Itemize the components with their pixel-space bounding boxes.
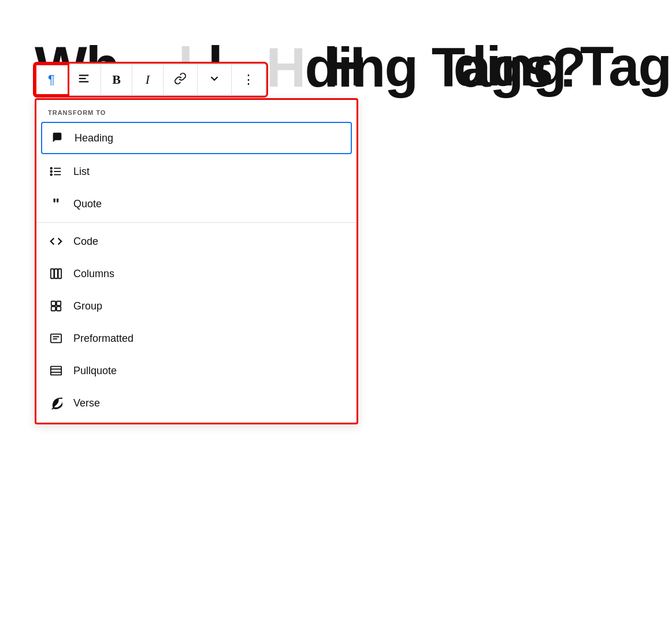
transform-section-label: TRANSFORM TO <box>36 100 357 121</box>
transform-quote-item[interactable]: " Quote <box>36 188 357 220</box>
preformatted-icon <box>48 330 64 346</box>
svg-rect-19 <box>51 367 61 375</box>
transform-verse-item[interactable]: Verse <box>36 387 357 419</box>
transform-columns-item[interactable]: Columns <box>36 258 357 290</box>
group-label: Group <box>73 300 102 312</box>
italic-icon: I <box>146 72 150 87</box>
pullquote-label: Pullquote <box>73 365 117 377</box>
transform-pullquote-item[interactable]: Pullquote <box>36 355 357 387</box>
svg-point-6 <box>50 167 52 169</box>
options-icon: ⋮ <box>242 72 255 87</box>
quote-label: Quote <box>73 198 102 210</box>
transform-dropdown: TRANSFORM TO Heading List " Quote <box>35 98 358 424</box>
link-button[interactable] <box>164 65 198 95</box>
svg-rect-12 <box>51 301 55 305</box>
code-icon <box>48 233 64 249</box>
italic-button[interactable]: I <box>132 65 164 95</box>
preformatted-label: Preformatted <box>73 333 133 345</box>
pullquote-icon <box>48 363 64 379</box>
link-icon <box>174 72 187 88</box>
heading-label: Heading <box>75 132 113 144</box>
svg-point-7 <box>50 171 52 173</box>
columns-label: Columns <box>73 268 114 280</box>
transform-group-item[interactable]: Group <box>36 290 357 322</box>
bold-icon: B <box>112 72 121 87</box>
svg-rect-13 <box>57 301 61 305</box>
columns-icon <box>48 266 64 282</box>
list-icon <box>48 163 64 180</box>
chevron-down-icon <box>208 72 221 88</box>
heading-icon <box>49 130 65 146</box>
more-styles-button[interactable] <box>198 65 232 95</box>
transform-heading-item[interactable]: Heading <box>41 122 352 154</box>
transform-code-item[interactable]: Code <box>36 225 357 258</box>
align-icon <box>77 72 90 88</box>
svg-point-8 <box>50 174 52 176</box>
transform-list-item[interactable]: List <box>36 155 357 188</box>
verse-label: Verse <box>73 397 100 409</box>
quote-icon: " <box>48 196 64 212</box>
verse-icon <box>48 395 64 411</box>
group-icon <box>48 298 64 314</box>
bold-button[interactable]: B <box>101 65 132 95</box>
svg-rect-9 <box>51 269 54 279</box>
code-label: Code <box>73 236 98 248</box>
svg-rect-11 <box>58 269 62 279</box>
svg-rect-14 <box>51 307 55 311</box>
paragraph-button[interactable]: ¶ <box>36 65 67 95</box>
transform-preformatted-item[interactable]: Preformatted <box>36 322 357 355</box>
align-button[interactable] <box>67 65 101 95</box>
block-toolbar: ¶ B I <box>35 64 266 96</box>
dropdown-divider <box>36 222 357 223</box>
options-button[interactable]: ⋮ <box>232 65 265 95</box>
svg-rect-10 <box>54 269 58 279</box>
paragraph-icon: ¶ <box>48 72 55 87</box>
list-label: List <box>73 166 90 178</box>
svg-rect-15 <box>57 307 61 311</box>
